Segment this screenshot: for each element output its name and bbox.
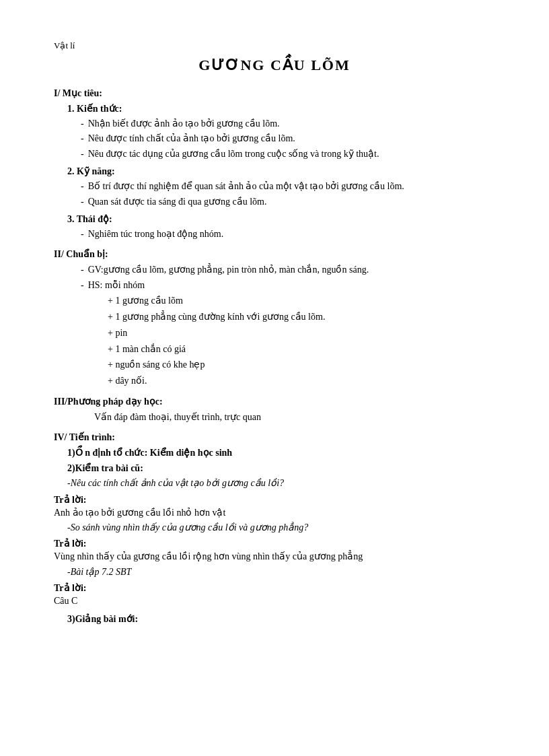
on-dinh-heading: 1)Ổ n định tổ chức: Kiểm diện học sinh bbox=[67, 447, 495, 458]
tra-loi-text-3: Câu C bbox=[54, 594, 495, 609]
kiem-tra-q2: -So sánh vùng nhìn thấy của gương cầu lồ… bbox=[67, 520, 495, 535]
list-item: -Nêu được tính chất của ảnh tạo bởi gươn… bbox=[81, 131, 495, 146]
page: Vật lí GƯƠNG CẦU LÕM I/ Mục tiêu: 1. Kiế… bbox=[0, 0, 549, 756]
phuong-phap-heading: III/Phương pháp dạy học: bbox=[54, 396, 495, 407]
list-item: + dây nối. bbox=[108, 373, 495, 389]
page-title: GƯƠNG CẦU LÕM bbox=[54, 57, 495, 74]
tra-loi-label-3: Trả lời: bbox=[54, 582, 495, 594]
hs-label: -HS: mỗi nhóm bbox=[81, 278, 495, 293]
list-item: + pin bbox=[108, 325, 495, 341]
tra-loi-text-1: Anh ảo tạo bởi gương cầu lồi nhỏ hơn vật bbox=[54, 506, 495, 520]
phuong-phap-text: Vấn đáp đàm thoại, thuyết trình, trực qu… bbox=[94, 410, 495, 425]
list-item: + 1 gương cầu lõm bbox=[108, 293, 495, 309]
kien-thuc-heading: 1. Kiến thức: bbox=[67, 103, 495, 114]
subject-label: Vật lí bbox=[54, 40, 495, 51]
bai-tap-q: -Bài tập 7.2 SBT bbox=[67, 565, 495, 580]
kiem-tra-heading: 2)Kiểm tra bài cũ: bbox=[67, 462, 495, 474]
list-item: + nguồn sáng có khe hẹp bbox=[108, 357, 495, 373]
list-item: -Bố trí được thí nghiệm để quan sát ảnh … bbox=[81, 179, 495, 194]
list-item: + 1 màn chắn có giá bbox=[108, 341, 495, 357]
ky-nang-heading: 2. Kỹ năng: bbox=[67, 166, 495, 177]
list-item: -Nghiêm túc trong hoạt động nhóm. bbox=[81, 227, 495, 242]
chuan-bi-heading: II/ Chuẩn bị: bbox=[54, 248, 495, 260]
kiem-tra-q1: -Nêu các tính chất ảnh của vật tạo bởi g… bbox=[67, 476, 495, 491]
tra-loi-label-2: Trả lời: bbox=[54, 538, 495, 549]
giang-bai-heading: 3)Giảng bài mới: bbox=[67, 613, 495, 625]
list-item: -Nhận biết được ảnh ảo tạo bởi gương cầu… bbox=[81, 116, 495, 131]
tien-trinh-heading: IV/ Tiến trình: bbox=[54, 432, 495, 443]
tra-loi-text-2: Vùng nhìn thấy của gương cầu lồi rộng hơ… bbox=[54, 549, 495, 564]
list-item: -GV:gương cầu lõm, gương phẳng, pin tròn… bbox=[81, 263, 495, 277]
tra-loi-label-1: Trả lời: bbox=[54, 494, 495, 506]
muc-tieu-heading: I/ Mục tiêu: bbox=[54, 88, 495, 99]
list-item: -Quan sát được tia sáng đi qua gương cầu… bbox=[81, 195, 495, 209]
list-item: -Nêu được tác dụng của gương cầu lõm tro… bbox=[81, 147, 495, 162]
list-item: + 1 gương phẳng cùng đường kính với gươn… bbox=[108, 309, 495, 325]
thai-do-heading: 3. Thái độ: bbox=[67, 213, 495, 225]
